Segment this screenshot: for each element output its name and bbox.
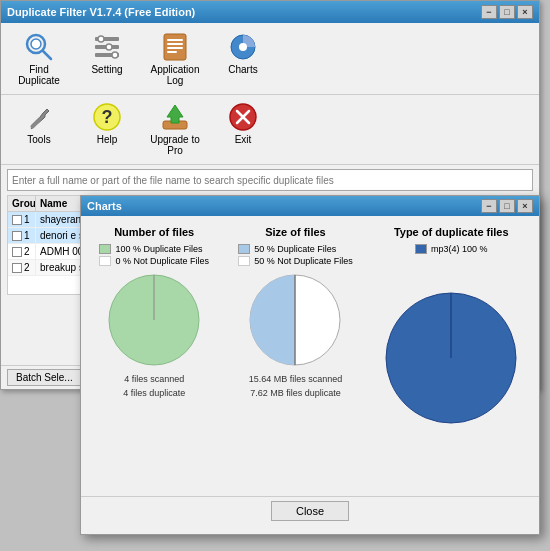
- help-button[interactable]: ? Help: [75, 97, 139, 149]
- cell-group: 2: [8, 260, 36, 275]
- search-input[interactable]: [7, 169, 533, 191]
- col-group: Group: [8, 196, 36, 211]
- chart-type-legend: mp3(4) 100 %: [415, 244, 488, 254]
- pie-chart-type: [381, 258, 521, 438]
- svg-rect-16: [30, 117, 43, 130]
- chart-type-of-files: Type of duplicate files mp3(4) 100 %: [373, 226, 529, 486]
- legend-color-size-duplicate: [238, 244, 250, 254]
- chart-size-of-files: Size of files 50 % Duplicate Files 50 % …: [227, 226, 363, 486]
- svg-point-15: [239, 43, 247, 51]
- charts-button[interactable]: Charts: [211, 27, 275, 79]
- svg-point-2: [31, 39, 41, 49]
- find-duplicate-label: Find Duplicate: [10, 64, 68, 86]
- svg-point-6: [98, 36, 104, 42]
- setting-button[interactable]: Setting: [75, 27, 139, 79]
- chart-size-label1: 15.64 MB files scanned: [249, 374, 343, 384]
- svg-rect-12: [167, 47, 183, 49]
- batch-select-button[interactable]: Batch Sele...: [7, 369, 82, 386]
- exit-label: Exit: [235, 134, 252, 145]
- charts-close-btn[interactable]: Close: [271, 501, 349, 521]
- cell-group: 1: [8, 228, 36, 243]
- exit-icon: [227, 101, 259, 133]
- legend-item: 50 % Duplicate Files: [238, 244, 353, 254]
- svg-rect-10: [167, 39, 183, 41]
- setting-label: Setting: [91, 64, 122, 75]
- maximize-button[interactable]: □: [499, 5, 515, 19]
- svg-line-1: [43, 51, 51, 59]
- chart-size-legend: 50 % Duplicate Files 50 % Not Duplicate …: [238, 244, 353, 266]
- charts-minimize-button[interactable]: −: [481, 199, 497, 213]
- row-checkbox[interactable]: [12, 247, 22, 257]
- chart-number-label1: 4 files scanned: [124, 374, 184, 384]
- svg-rect-13: [167, 51, 177, 53]
- minimize-button[interactable]: −: [481, 5, 497, 19]
- application-log-icon: [159, 31, 191, 63]
- close-label: Close: [296, 505, 324, 517]
- charts-close-button[interactable]: ×: [517, 199, 533, 213]
- legend-item: mp3(4) 100 %: [415, 244, 488, 254]
- chart-type-title: Type of duplicate files: [394, 226, 509, 238]
- row-checkbox[interactable]: [12, 215, 22, 225]
- charts-maximize-button[interactable]: □: [499, 199, 515, 213]
- setting-icon: [91, 31, 123, 63]
- legend-color-size-not-dup: [238, 256, 250, 266]
- toolbar-row-2: Tools ? Help Upgrade to Pro: [1, 95, 539, 165]
- exit-button[interactable]: Exit: [211, 97, 275, 149]
- upgrade-label: Upgrade to Pro: [146, 134, 204, 156]
- row-checkbox[interactable]: [12, 231, 22, 241]
- upgrade-button[interactable]: Upgrade to Pro: [143, 97, 207, 160]
- chart-number-title: Number of files: [114, 226, 194, 238]
- charts-bottom-bar: Close: [81, 496, 539, 525]
- close-main-button[interactable]: ×: [517, 5, 533, 19]
- chart-size-label2: 7.62 MB files duplicate: [250, 388, 341, 398]
- batch-select-label: Batch Sele...: [16, 372, 73, 383]
- svg-rect-11: [167, 43, 183, 45]
- legend-label-size-not-dup: 50 % Not Duplicate Files: [254, 256, 353, 266]
- tools-button[interactable]: Tools: [7, 97, 71, 149]
- legend-item: 100 % Duplicate Files: [99, 244, 209, 254]
- tools-label: Tools: [27, 134, 50, 145]
- chart-number-legend: 100 % Duplicate Files 0 % Not Duplicate …: [99, 244, 209, 266]
- find-duplicate-icon: [23, 31, 55, 63]
- tools-icon: [23, 101, 55, 133]
- svg-point-8: [112, 52, 118, 58]
- charts-title-bar: Charts − □ ×: [81, 196, 539, 216]
- legend-label-duplicate: 100 % Duplicate Files: [115, 244, 202, 254]
- legend-label-size-dup: 50 % Duplicate Files: [254, 244, 336, 254]
- pie-chart-size: [245, 270, 345, 370]
- application-log-button[interactable]: Application Log: [143, 27, 207, 90]
- svg-point-7: [106, 44, 112, 50]
- charts-title-buttons: − □ ×: [481, 199, 533, 213]
- legend-label-mp3: mp3(4) 100 %: [431, 244, 488, 254]
- charts-content: Number of files 100 % Duplicate Files 0 …: [81, 216, 539, 496]
- svg-marker-20: [167, 105, 183, 123]
- upgrade-icon: [159, 101, 191, 133]
- legend-label-not-duplicate: 0 % Not Duplicate Files: [115, 256, 209, 266]
- cell-group: 1: [8, 212, 36, 227]
- cell-group: 2: [8, 244, 36, 259]
- pie-chart-number: [104, 270, 204, 370]
- help-label: Help: [97, 134, 118, 145]
- charts-dialog-title: Charts: [87, 200, 481, 212]
- charts-dialog: Charts − □ × Number of files 100 % Dupli…: [80, 195, 540, 535]
- search-bar: [7, 169, 533, 191]
- chart-number-of-files: Number of files 100 % Duplicate Files 0 …: [91, 226, 217, 486]
- legend-item: 0 % Not Duplicate Files: [99, 256, 209, 266]
- legend-color-mp3: [415, 244, 427, 254]
- application-log-label: Application Log: [146, 64, 204, 86]
- toolbar-row-1: Find Duplicate Setting: [1, 23, 539, 95]
- legend-item: 50 % Not Duplicate Files: [238, 256, 353, 266]
- legend-color-not-duplicate: [99, 256, 111, 266]
- charts-icon: [227, 31, 259, 63]
- main-title-bar: Duplicate Filter V1.7.4 (Free Edition) −…: [1, 1, 539, 23]
- svg-text:?: ?: [102, 107, 113, 127]
- main-window-title: Duplicate Filter V1.7.4 (Free Edition): [7, 6, 481, 18]
- title-bar-buttons: − □ ×: [481, 5, 533, 19]
- row-checkbox[interactable]: [12, 263, 22, 273]
- charts-label: Charts: [228, 64, 257, 75]
- legend-color-duplicate: [99, 244, 111, 254]
- chart-size-title: Size of files: [265, 226, 326, 238]
- help-icon: ?: [91, 101, 123, 133]
- chart-number-label2: 4 files duplicate: [123, 388, 185, 398]
- find-duplicate-button[interactable]: Find Duplicate: [7, 27, 71, 90]
